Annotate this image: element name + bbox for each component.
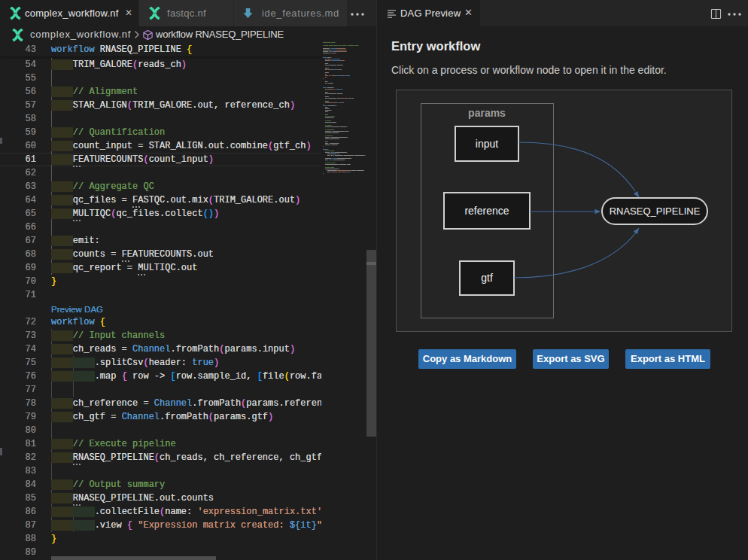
svg-text:params: params <box>468 107 506 119</box>
svg-text:gtf: gtf <box>481 272 493 284</box>
svg-text:reference: reference <box>464 205 509 217</box>
svg-text:RNASEQ_PIPELINE: RNASEQ_PIPELINE <box>610 205 701 217</box>
svg-text:input: input <box>476 138 498 150</box>
